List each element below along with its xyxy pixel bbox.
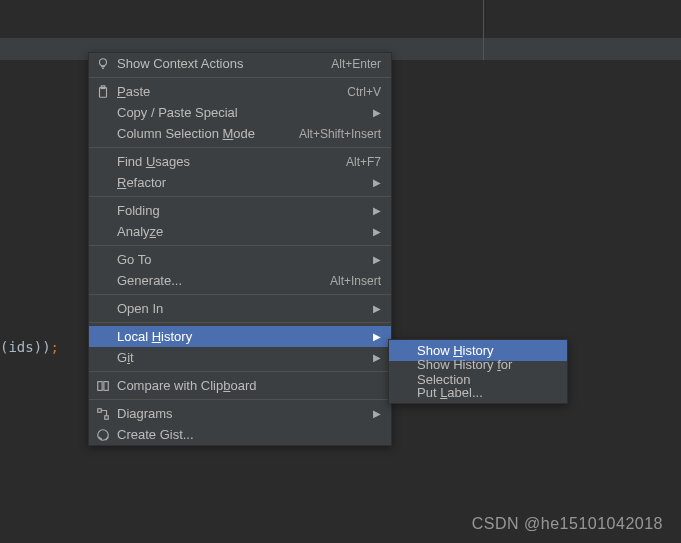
svg-rect-4 <box>104 381 108 390</box>
menu-item-label: Diagrams <box>117 406 381 421</box>
menu-separator <box>89 196 391 197</box>
menu-item-diagrams[interactable]: Diagrams▶ <box>89 403 391 424</box>
menu-item-label: Compare with Clipboard <box>117 378 381 393</box>
menu-item-put-label[interactable]: Put Label... <box>389 382 567 403</box>
menu-item-label: Go To <box>117 252 381 267</box>
menu-item-shortcut: Ctrl+V <box>347 85 381 99</box>
compare-icon <box>95 378 111 394</box>
diagram-icon <box>95 406 111 422</box>
menu-item-shortcut: Alt+F7 <box>346 155 381 169</box>
menu-item-label: Copy / Paste Special <box>117 105 381 120</box>
svg-rect-6 <box>105 415 109 419</box>
menu-separator <box>89 245 391 246</box>
menu-separator <box>89 322 391 323</box>
submenu-arrow-icon: ▶ <box>373 352 381 363</box>
menu-item-label: Git <box>117 350 381 365</box>
svg-point-0 <box>100 58 107 65</box>
submenu-arrow-icon: ▶ <box>373 205 381 216</box>
menu-item-create-gist[interactable]: Create Gist... <box>89 424 391 445</box>
local-history-submenu[interactable]: Show HistoryShow History for SelectionPu… <box>388 339 568 404</box>
menu-item-label: Paste <box>117 84 347 99</box>
menu-item-compare-clipboard[interactable]: Compare with Clipboard <box>89 375 391 396</box>
svg-rect-3 <box>98 381 102 390</box>
menu-item-local-history[interactable]: Local History▶ <box>89 326 391 347</box>
svg-rect-5 <box>98 408 102 412</box>
code-text: (ids)); <box>0 339 59 355</box>
bulb-icon <box>95 56 111 72</box>
submenu-arrow-icon: ▶ <box>373 331 381 342</box>
menu-item-paste[interactable]: PasteCtrl+V <box>89 81 391 102</box>
menu-item-refactor[interactable]: Refactor▶ <box>89 172 391 193</box>
menu-separator <box>89 371 391 372</box>
menu-item-label: Show Context Actions <box>117 56 331 71</box>
submenu-arrow-icon: ▶ <box>373 254 381 265</box>
watermark: CSDN @he15101042018 <box>472 515 663 533</box>
clipboard-icon <box>95 84 111 100</box>
title-bar <box>0 0 681 38</box>
menu-item-label: Folding <box>117 203 381 218</box>
menu-item-label: Open In <box>117 301 381 316</box>
menu-item-analyze[interactable]: Analyze▶ <box>89 221 391 242</box>
menu-item-label: Find Usages <box>117 154 346 169</box>
menu-item-go-to[interactable]: Go To▶ <box>89 249 391 270</box>
menu-item-folding[interactable]: Folding▶ <box>89 200 391 221</box>
menu-separator <box>89 294 391 295</box>
menu-item-label: Put Label... <box>417 385 557 400</box>
menu-item-column-selection-mode[interactable]: Column Selection ModeAlt+Shift+Insert <box>89 123 391 144</box>
menu-item-open-in[interactable]: Open In▶ <box>89 298 391 319</box>
menu-item-generate[interactable]: Generate...Alt+Insert <box>89 270 391 291</box>
submenu-arrow-icon: ▶ <box>373 177 381 188</box>
menu-item-label: Create Gist... <box>117 427 381 442</box>
submenu-arrow-icon: ▶ <box>373 303 381 314</box>
menu-item-shortcut: Alt+Shift+Insert <box>299 127 381 141</box>
menu-item-label: Column Selection Mode <box>117 126 299 141</box>
submenu-arrow-icon: ▶ <box>373 107 381 118</box>
code-fragment: (ids)); <box>0 339 59 355</box>
menu-item-label: Refactor <box>117 175 381 190</box>
menu-item-label: Local History <box>117 329 381 344</box>
menu-item-copy-paste-special[interactable]: Copy / Paste Special▶ <box>89 102 391 123</box>
context-menu[interactable]: Show Context ActionsAlt+EnterPasteCtrl+V… <box>88 52 392 446</box>
menu-separator <box>89 147 391 148</box>
menu-item-show-history-selection[interactable]: Show History for Selection <box>389 361 567 382</box>
menu-item-show-context-actions[interactable]: Show Context ActionsAlt+Enter <box>89 53 391 74</box>
menu-item-shortcut: Alt+Enter <box>331 57 381 71</box>
menu-item-label: Analyze <box>117 224 381 239</box>
menu-item-shortcut: Alt+Insert <box>330 274 381 288</box>
submenu-arrow-icon: ▶ <box>373 408 381 419</box>
menu-item-label: Generate... <box>117 273 330 288</box>
submenu-arrow-icon: ▶ <box>373 226 381 237</box>
menu-item-git[interactable]: Git▶ <box>89 347 391 368</box>
menu-separator <box>89 399 391 400</box>
github-icon <box>95 427 111 443</box>
menu-separator <box>89 77 391 78</box>
menu-item-find-usages[interactable]: Find UsagesAlt+F7 <box>89 151 391 172</box>
